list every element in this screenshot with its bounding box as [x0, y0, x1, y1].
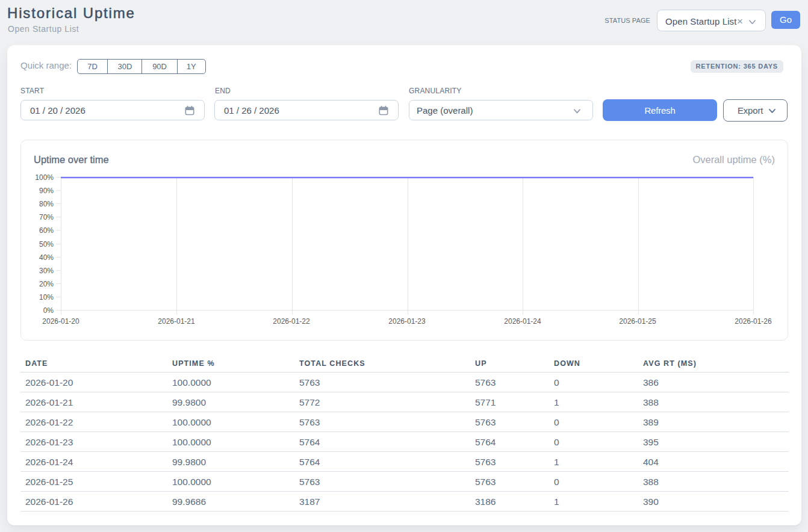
svg-text:2026-01-21: 2026-01-21: [158, 317, 195, 326]
svg-text:40%: 40%: [39, 253, 54, 262]
svg-text:0%: 0%: [43, 306, 54, 315]
svg-text:100%: 100%: [35, 173, 54, 182]
svg-text:60%: 60%: [39, 226, 54, 235]
svg-text:70%: 70%: [39, 213, 54, 221]
svg-text:2026-01-25: 2026-01-25: [619, 317, 656, 326]
svg-text:2026-01-24: 2026-01-24: [504, 317, 541, 326]
svg-text:30%: 30%: [39, 267, 54, 275]
svg-text:2026-01-22: 2026-01-22: [273, 317, 310, 326]
svg-text:50%: 50%: [39, 240, 54, 249]
svg-text:2026-01-23: 2026-01-23: [388, 317, 426, 326]
svg-text:2026-01-26: 2026-01-26: [735, 317, 772, 326]
svg-text:10%: 10%: [39, 293, 54, 302]
svg-text:2026-01-20: 2026-01-20: [42, 317, 79, 326]
svg-text:80%: 80%: [39, 200, 54, 208]
svg-text:90%: 90%: [39, 187, 54, 195]
svg-text:20%: 20%: [39, 280, 54, 288]
